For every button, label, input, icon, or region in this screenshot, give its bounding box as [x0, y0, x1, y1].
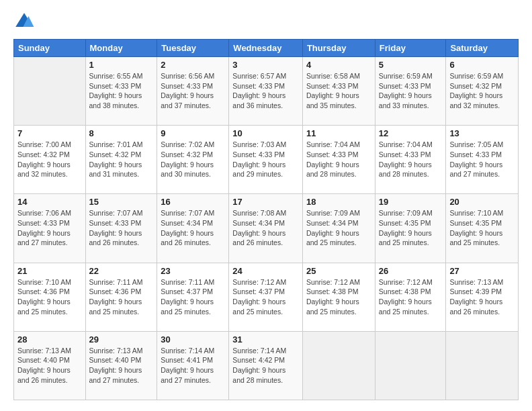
header-day: Tuesday: [157, 40, 229, 57]
day-number: 4: [306, 60, 371, 70]
day-number: 23: [161, 266, 225, 276]
day-info: Sunrise: 6:59 AM Sunset: 4:33 PM Dayligh…: [379, 71, 443, 111]
calendar-cell: 8Sunrise: 7:01 AM Sunset: 4:32 PM Daylig…: [85, 126, 157, 194]
calendar-cell: 14Sunrise: 7:06 AM Sunset: 4:33 PM Dayli…: [14, 194, 86, 263]
header: [13, 11, 519, 32]
calendar-cell: 5Sunrise: 6:59 AM Sunset: 4:33 PM Daylig…: [375, 57, 446, 126]
day-number: 1: [89, 60, 154, 70]
calendar-cell: 30Sunrise: 7:14 AM Sunset: 4:41 PM Dayli…: [157, 331, 229, 400]
day-info: Sunrise: 7:12 AM Sunset: 4:38 PM Dayligh…: [379, 277, 443, 317]
day-info: Sunrise: 7:07 AM Sunset: 4:34 PM Dayligh…: [161, 208, 225, 248]
calendar-cell: 18Sunrise: 7:09 AM Sunset: 4:34 PM Dayli…: [302, 194, 375, 263]
calendar-cell: 28Sunrise: 7:13 AM Sunset: 4:40 PM Dayli…: [14, 331, 86, 400]
day-number: 17: [232, 197, 299, 207]
day-number: 7: [17, 128, 82, 138]
calendar-cell: 3Sunrise: 6:57 AM Sunset: 4:33 PM Daylig…: [229, 57, 303, 126]
day-number: 21: [17, 266, 82, 276]
header-day: Thursday: [302, 40, 375, 57]
day-number: 8: [89, 128, 154, 138]
day-number: 15: [89, 197, 154, 207]
calendar-cell: 22Sunrise: 7:11 AM Sunset: 4:36 PM Dayli…: [85, 263, 157, 331]
calendar: SundayMondayTuesdayWednesdayThursdayFrid…: [13, 39, 519, 400]
day-info: Sunrise: 7:02 AM Sunset: 4:32 PM Dayligh…: [161, 140, 225, 179]
calendar-cell: 21Sunrise: 7:10 AM Sunset: 4:36 PM Dayli…: [14, 263, 86, 331]
calendar-cell: [375, 331, 446, 400]
calendar-cell: 11Sunrise: 7:04 AM Sunset: 4:33 PM Dayli…: [302, 126, 375, 194]
day-number: 14: [17, 197, 82, 207]
day-info: Sunrise: 6:56 AM Sunset: 4:33 PM Dayligh…: [161, 71, 225, 111]
calendar-cell: 4Sunrise: 6:58 AM Sunset: 4:33 PM Daylig…: [302, 57, 375, 126]
calendar-cell: 6Sunrise: 6:59 AM Sunset: 4:32 PM Daylig…: [446, 57, 519, 126]
day-info: Sunrise: 7:07 AM Sunset: 4:33 PM Dayligh…: [89, 208, 154, 248]
day-number: 16: [161, 197, 225, 207]
day-number: 31: [232, 334, 299, 345]
calendar-cell: 24Sunrise: 7:12 AM Sunset: 4:37 PM Dayli…: [229, 263, 303, 331]
calendar-cell: [446, 331, 519, 400]
calendar-cell: 7Sunrise: 7:00 AM Sunset: 4:32 PM Daylig…: [14, 126, 86, 194]
calendar-cell: 9Sunrise: 7:02 AM Sunset: 4:32 PM Daylig…: [157, 126, 229, 194]
calendar-cell: [302, 331, 375, 400]
day-info: Sunrise: 7:09 AM Sunset: 4:35 PM Dayligh…: [379, 208, 443, 248]
day-number: 28: [17, 334, 82, 345]
day-number: 27: [449, 266, 515, 276]
calendar-cell: 26Sunrise: 7:12 AM Sunset: 4:38 PM Dayli…: [375, 263, 446, 331]
day-number: 11: [306, 128, 371, 138]
calendar-cell: 25Sunrise: 7:12 AM Sunset: 4:38 PM Dayli…: [302, 263, 375, 331]
day-info: Sunrise: 7:04 AM Sunset: 4:33 PM Dayligh…: [306, 140, 371, 179]
day-info: Sunrise: 7:12 AM Sunset: 4:37 PM Dayligh…: [232, 277, 299, 317]
day-number: 2: [161, 60, 225, 70]
day-info: Sunrise: 7:10 AM Sunset: 4:36 PM Dayligh…: [17, 277, 82, 317]
day-number: 26: [379, 266, 443, 276]
day-info: Sunrise: 7:04 AM Sunset: 4:33 PM Dayligh…: [379, 140, 443, 179]
day-info: Sunrise: 7:00 AM Sunset: 4:32 PM Dayligh…: [17, 140, 82, 179]
calendar-cell: 2Sunrise: 6:56 AM Sunset: 4:33 PM Daylig…: [157, 57, 229, 126]
calendar-week: 14Sunrise: 7:06 AM Sunset: 4:33 PM Dayli…: [14, 194, 519, 263]
logo: [13, 11, 38, 32]
day-number: 30: [161, 334, 225, 345]
calendar-cell: 10Sunrise: 7:03 AM Sunset: 4:33 PM Dayli…: [229, 126, 303, 194]
calendar-cell: 19Sunrise: 7:09 AM Sunset: 4:35 PM Dayli…: [375, 194, 446, 263]
day-info: Sunrise: 6:58 AM Sunset: 4:33 PM Dayligh…: [306, 71, 371, 111]
calendar-cell: 29Sunrise: 7:13 AM Sunset: 4:40 PM Dayli…: [85, 331, 157, 400]
day-number: 6: [449, 60, 515, 70]
day-info: Sunrise: 6:55 AM Sunset: 4:33 PM Dayligh…: [89, 71, 154, 111]
calendar-cell: 17Sunrise: 7:08 AM Sunset: 4:34 PM Dayli…: [229, 194, 303, 263]
header-day: Sunday: [14, 40, 86, 57]
header-day: Saturday: [446, 40, 519, 57]
header-day: Wednesday: [229, 40, 303, 57]
calendar-week: 1Sunrise: 6:55 AM Sunset: 4:33 PM Daylig…: [14, 57, 519, 126]
day-info: Sunrise: 7:13 AM Sunset: 4:40 PM Dayligh…: [89, 346, 154, 385]
calendar-cell: 23Sunrise: 7:11 AM Sunset: 4:37 PM Dayli…: [157, 263, 229, 331]
day-info: Sunrise: 7:13 AM Sunset: 4:39 PM Dayligh…: [449, 277, 515, 317]
day-number: 13: [449, 128, 515, 138]
day-number: 9: [161, 128, 225, 138]
calendar-cell: [14, 57, 86, 126]
day-number: 3: [232, 60, 299, 70]
day-info: Sunrise: 7:01 AM Sunset: 4:32 PM Dayligh…: [89, 140, 154, 179]
calendar-cell: 13Sunrise: 7:05 AM Sunset: 4:33 PM Dayli…: [446, 126, 519, 194]
day-info: Sunrise: 7:14 AM Sunset: 4:42 PM Dayligh…: [232, 346, 299, 385]
calendar-cell: 15Sunrise: 7:07 AM Sunset: 4:33 PM Dayli…: [85, 194, 157, 263]
day-info: Sunrise: 7:08 AM Sunset: 4:34 PM Dayligh…: [232, 208, 299, 248]
calendar-week: 21Sunrise: 7:10 AM Sunset: 4:36 PM Dayli…: [14, 263, 519, 331]
header-day: Monday: [85, 40, 157, 57]
calendar-cell: 16Sunrise: 7:07 AM Sunset: 4:34 PM Dayli…: [157, 194, 229, 263]
day-number: 24: [232, 266, 299, 276]
calendar-week: 7Sunrise: 7:00 AM Sunset: 4:32 PM Daylig…: [14, 126, 519, 194]
calendar-cell: 20Sunrise: 7:10 AM Sunset: 4:35 PM Dayli…: [446, 194, 519, 263]
calendar-cell: 12Sunrise: 7:04 AM Sunset: 4:33 PM Dayli…: [375, 126, 446, 194]
day-info: Sunrise: 7:10 AM Sunset: 4:35 PM Dayligh…: [449, 208, 515, 248]
logo-icon: [13, 11, 35, 32]
day-number: 29: [89, 334, 154, 345]
day-number: 19: [379, 197, 443, 207]
calendar-cell: 1Sunrise: 6:55 AM Sunset: 4:33 PM Daylig…: [85, 57, 157, 126]
day-number: 12: [379, 128, 443, 138]
day-info: Sunrise: 7:11 AM Sunset: 4:36 PM Dayligh…: [89, 277, 154, 317]
day-info: Sunrise: 7:11 AM Sunset: 4:37 PM Dayligh…: [161, 277, 225, 317]
day-info: Sunrise: 6:57 AM Sunset: 4:33 PM Dayligh…: [232, 71, 299, 111]
day-number: 25: [306, 266, 371, 276]
day-info: Sunrise: 7:14 AM Sunset: 4:41 PM Dayligh…: [161, 346, 225, 385]
calendar-cell: 27Sunrise: 7:13 AM Sunset: 4:39 PM Dayli…: [446, 263, 519, 331]
day-info: Sunrise: 7:03 AM Sunset: 4:33 PM Dayligh…: [232, 140, 299, 179]
day-info: Sunrise: 7:09 AM Sunset: 4:34 PM Dayligh…: [306, 208, 371, 248]
